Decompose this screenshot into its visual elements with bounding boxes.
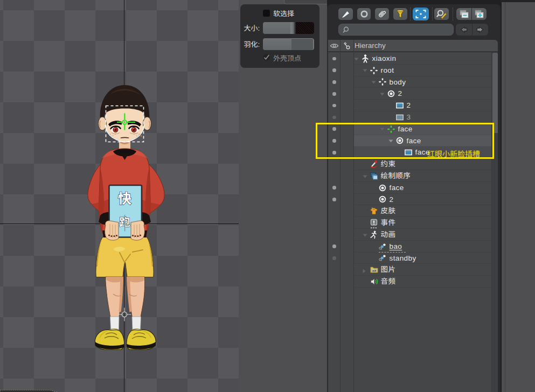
events-icon (370, 219, 378, 227)
visibility-dot[interactable] (332, 92, 336, 96)
origin-gizmo[interactable] (117, 307, 132, 322)
bone-gizmo[interactable] (113, 109, 137, 134)
size-slider-remainder (296, 22, 314, 34)
soft-select-checkbox[interactable] (263, 10, 270, 17)
column-separator (340, 40, 341, 392)
tree-row-音频[interactable]: 音频 (353, 276, 491, 288)
expand-arrow-icon[interactable] (363, 269, 366, 274)
viewport-canvas[interactable]: 快 跑 (0, 0, 239, 392)
tree-row-2[interactable]: 2 (353, 88, 491, 100)
slot-icon (378, 195, 387, 204)
search-field[interactable] (338, 24, 454, 36)
search-settings-button[interactable] (434, 8, 449, 20)
visibility-dot[interactable] (332, 57, 336, 61)
tree-row-动画[interactable]: 动画 (353, 229, 491, 241)
tree-row-xiaoxin[interactable]: xiaoxin (353, 53, 491, 65)
paperclip-icon (377, 9, 387, 19)
sign-text-1: 快 (118, 187, 132, 207)
panel-gap (501, 0, 502, 392)
size-slider[interactable] (263, 22, 314, 34)
tree-row-label: face (390, 182, 404, 194)
scrollbar-thumb[interactable] (492, 53, 498, 133)
tree-row-label: 3 (407, 111, 411, 123)
toolbar-divider (410, 8, 411, 20)
expand-all-button[interactable] (472, 8, 487, 20)
tree-row-label: standby (390, 253, 416, 264)
nav-back-button[interactable] (456, 24, 472, 36)
nav-forward-button[interactable] (473, 24, 489, 36)
shorts (96, 235, 154, 277)
tree-row-事件[interactable]: 事件 (353, 217, 491, 229)
mesh-icon (395, 113, 404, 122)
tree-row-绘制顺序[interactable]: 绘制顺序 (353, 170, 491, 182)
tree-row-2[interactable]: 2 (353, 194, 491, 206)
collapse-all-button[interactable] (456, 8, 471, 20)
frame-selection-button[interactable] (413, 8, 429, 20)
images-icon (370, 265, 378, 274)
expand-arrow-icon[interactable] (354, 58, 359, 61)
tree-row-约束[interactable]: 约束 (353, 158, 491, 170)
hierarchy-rows: xiaoxinrootbody223facefaceface约束绘制顺序face… (353, 53, 491, 392)
keys-column-icon (343, 41, 351, 50)
tree-row-2[interactable]: 2 (353, 100, 491, 111)
tree-row-bao[interactable]: bao (353, 241, 491, 253)
back-arrow-icon (460, 26, 468, 33)
visibility-dot[interactable] (332, 68, 336, 72)
expand-arrow-icon[interactable] (363, 234, 367, 237)
soft-selection-panel: 软选择 大小: 羽化: 外壳顶点 (240, 4, 319, 68)
soft-select-label: 软选择 (273, 9, 294, 18)
visibility-dot[interactable] (332, 116, 336, 120)
tree-row-label: 2 (390, 194, 394, 206)
magnifier-pencil-icon (436, 9, 447, 19)
visibility-dot[interactable] (332, 80, 336, 84)
right-strip-topband (501, 0, 535, 2)
create-tool-button[interactable] (338, 8, 353, 20)
tree-row-label: body (390, 76, 406, 88)
tree-row-label: 图片 (381, 264, 396, 276)
skins-icon (370, 207, 378, 215)
filter-tool-button[interactable] (393, 8, 407, 20)
visibility-dot[interactable] (332, 256, 336, 260)
hierarchy-panel: Hierarchy xiaoxinrootbody223facefaceface… (327, 4, 501, 392)
animclip-icon (378, 242, 387, 251)
tree-row-label: 皮肤 (381, 205, 396, 217)
tree-row-皮肤[interactable]: 皮肤 (353, 205, 491, 217)
feather-slider-block[interactable] (291, 38, 314, 50)
tree-row-label: xiaoxin (372, 53, 397, 65)
visibility-dot[interactable] (332, 186, 336, 190)
hull-vertices-checkbox[interactable] (262, 53, 270, 61)
search-icon (342, 26, 350, 34)
tree-row-label: 绘制顺序 (381, 170, 411, 182)
frame-icon (415, 9, 426, 18)
tree-row-label: 约束 (381, 158, 396, 170)
visibility-dot[interactable] (332, 104, 336, 108)
tree-row-face[interactable]: face (353, 182, 491, 194)
slot-icon (387, 89, 395, 98)
feather-slider-fill (263, 38, 291, 50)
visibility-dot[interactable] (332, 244, 336, 248)
weights-tool-button[interactable] (375, 8, 389, 20)
feather-slider[interactable] (263, 38, 314, 50)
feather-label: 羽化: (242, 40, 260, 48)
tree-row-label: 音频 (381, 276, 396, 288)
app-window: 快 跑 (0, 0, 535, 392)
search-input[interactable] (352, 24, 451, 36)
tree-row-图片[interactable]: 图片 (353, 264, 491, 276)
tree-row-standby[interactable]: standby (353, 253, 491, 264)
size-slider-handle[interactable] (290, 22, 295, 34)
visibility-dot[interactable] (332, 198, 336, 201)
constraint-icon (370, 160, 378, 169)
expand-arrow-icon[interactable] (371, 81, 376, 84)
tree-row-root[interactable]: root (353, 65, 491, 76)
image-icon (395, 101, 404, 110)
tree-row-body[interactable]: body (353, 76, 491, 88)
window-minus-icon (458, 9, 469, 19)
expand-arrow-icon[interactable] (380, 93, 385, 96)
lasso-tool-button[interactable] (357, 8, 371, 20)
expand-arrow-icon[interactable] (363, 175, 367, 178)
animations-icon (370, 230, 378, 239)
size-label: 大小: (242, 24, 260, 32)
expand-arrow-icon[interactable] (363, 69, 367, 72)
tree-row-3[interactable]: 3 (353, 111, 491, 123)
bone-icon (378, 78, 387, 86)
